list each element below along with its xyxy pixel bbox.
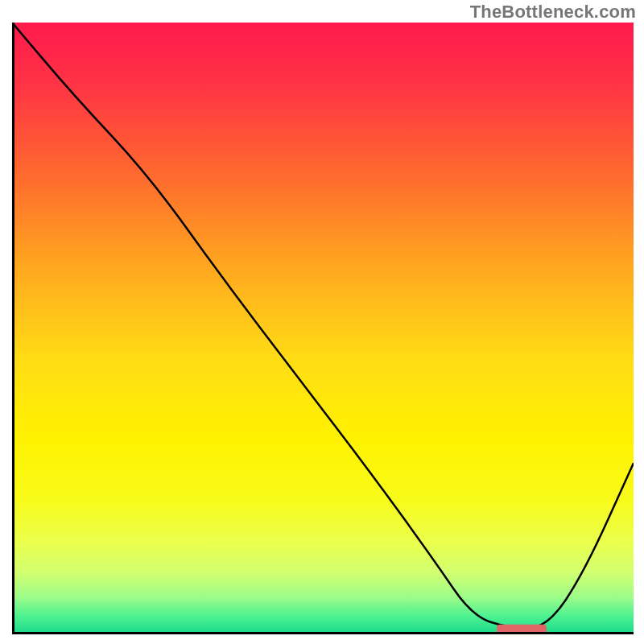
gradient-background — [12, 23, 634, 634]
chart-container: TheBottleneck.com — [0, 0, 644, 644]
watermark-text: TheBottleneck.com — [470, 2, 636, 23]
plot-area — [12, 23, 634, 634]
chart-svg — [12, 23, 634, 634]
axis-bottom — [12, 632, 634, 634]
axis-left — [12, 23, 14, 634]
